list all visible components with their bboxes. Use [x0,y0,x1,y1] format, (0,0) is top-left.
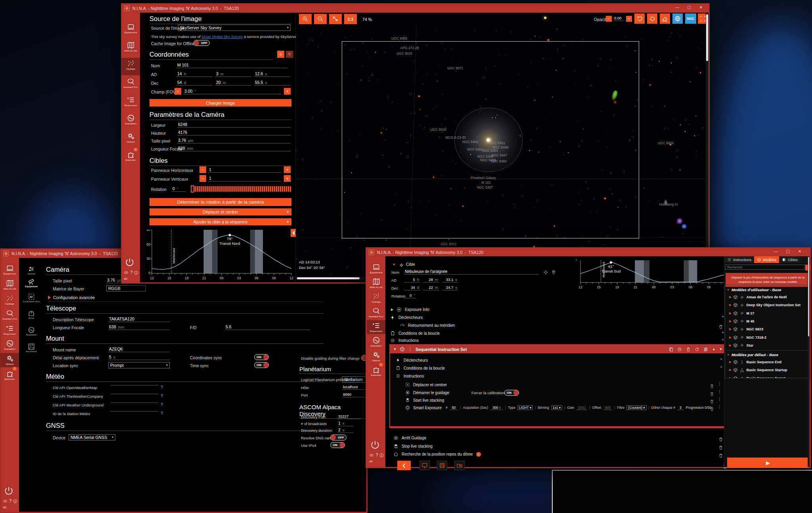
template-item[interactable]: ▶Basic Sequence Target [729,376,785,378]
instruction-set-toolbar[interactable]: ▲▼ [668,346,722,353]
info-button[interactable]: ⓘ [134,270,138,276]
smart-field-input[interactable]: 3 [677,406,684,410]
target-dec-s-input[interactable]: 24.7s [442,285,458,290]
profile-eye-button[interactable] [3,499,8,504]
profile-eye-button[interactable] [369,453,374,458]
one-to-one-button[interactable]: 1:1 [344,14,357,24]
instruction-set-header[interactable]: ▼⋮Sequential Instruction Set▲▼ [390,345,726,353]
target-name-input[interactable]: M 101 [176,63,287,68]
smart-field-ghost-input[interactable]: (50) [603,406,612,410]
template-item[interactable]: ▶Deep Sky Object Instruction Set [729,303,801,307]
camera-largeur-input[interactable]: 6248 [177,122,291,128]
sky-viewport[interactable]: UGC 9086APG 272-28UGC 9033UGC 9071UGC 90… [296,13,709,282]
power-button[interactable] [370,440,382,452]
delete-row-button[interactable] [710,390,714,397]
target-name-input[interactable]: Nébuleuse de l'araignée [404,269,539,275]
sidebar-item-assistant-flu[interactable]: Assistant FLU [121,76,140,93]
help-button[interactable]: ? [376,453,378,458]
power-button[interactable] [4,486,16,498]
ra-s-input[interactable]: 12.6s [254,71,290,77]
bayer-select[interactable]: RGGB [106,285,146,292]
sequence-row[interactable]: Instructions [390,338,419,343]
opacity-increase-button[interactable] [626,16,632,22]
instruction-row[interactable]: Instructions [396,374,424,378]
help-icon[interactable]: ? [161,411,163,416]
target-dec-m-input[interactable]: 22m [423,285,439,290]
template-item[interactable]: ▶Amas de l'arbre de Noël [729,295,787,299]
close-icon[interactable]: ✕ [695,4,707,12]
settle-delay-input[interactable]: 5s [108,355,170,360]
rotation-input[interactable]: 0° [172,186,186,192]
zoom-out-button[interactable] [314,14,327,24]
rail-item-acquisition[interactable]: Acquisition [19,326,44,336]
collapse-sidebar-button[interactable]: << [369,460,373,463]
sequence-row[interactable]: Déclencheurs [390,315,423,320]
ra-h-input[interactable]: 14h [176,71,212,77]
coordinates-sync-toggle[interactable]: ON [254,354,269,360]
power-button[interactable] [124,257,137,269]
time-sync-toggle[interactable]: ON [254,362,269,368]
delete-row-button[interactable] [718,435,723,442]
info-button[interactable]: ⓘ [379,453,383,458]
copy-button[interactable] [703,346,708,353]
sidebar-item-atlas-du-ciel[interactable]: Atlas du ciel [367,276,385,290]
load-image-button[interactable]: Charger Image [149,99,291,107]
vertical-scrollbar-thumb[interactable] [706,14,708,61]
target-rotation-input[interactable]: 0° [404,293,416,298]
panels-increase-button[interactable] [284,175,291,182]
sidebar-item-cadrage[interactable]: Cadrage [367,291,385,305]
framing-window-controls[interactable]: —▢✕ [671,4,707,12]
smart-field-input[interactable]: 300 s [490,406,503,410]
tab-instructions[interactable]: Instructions [724,256,754,263]
smart-field-select[interactable]: 1x1 ▾ [551,405,562,410]
weather-key-input[interactable] [111,402,158,403]
ra-m-input[interactable]: 3m [215,71,251,77]
alpaca-ipv4-toggle[interactable]: ON [330,442,345,448]
page-button[interactable] [668,346,673,353]
sidebar-item-acquisition[interactable]: Acquisition [367,335,385,349]
rail-item--quipement[interactable]: Équipement [19,278,44,288]
instruction-row[interactable]: Conditions de la boucle [396,366,445,370]
alpaca-broadcasts-input[interactable]: 1x [337,421,353,426]
clock-button[interactable] [677,346,682,353]
row-menu-icon[interactable]: ⋮ [718,381,722,386]
template-group-header[interactable]: ▼Modèles par défaut - Base [727,353,778,357]
fd-input[interactable]: 5.6 [225,324,310,330]
sequence-row[interactable]: Arrêt Guidage [393,435,426,441]
smart-field-select[interactable]: LIGHT ▾ [517,405,533,410]
fov-input[interactable]: 3.00° [184,89,281,94]
minimize-icon[interactable]: — [671,4,683,12]
fov-decrease-button[interactable] [174,88,181,95]
tab-cibles[interactable]: Cibles [779,256,801,263]
dec-m-input[interactable]: 20m [215,80,251,86]
alpaca-dns-toggle[interactable]: OFF [330,435,347,441]
template-item[interactable]: ▶M 27 [729,311,754,316]
target-dec-d-input[interactable]: 34d [404,285,420,290]
rail-item-g-n-ral[interactable]: Général [19,265,44,275]
sequencer-back-button[interactable] [397,461,411,470]
target-expander-icon[interactable]: ▼ [392,263,396,267]
sidebar-item-extension[interactable]: Extension2 [121,149,140,166]
sidebar-item--quipement[interactable]: Équipement [121,21,140,39]
template-item[interactable]: ▶NGC 6823 [729,327,763,332]
panel-scrollbar-thumb[interactable] [808,257,809,336]
sequential-instruction-set[interactable]: ▼⋮Sequential Instruction Set▲▼Déclencheu… [389,344,726,428]
ngc-overlay-button[interactable]: NGC [685,13,696,24]
save-sequence-button[interactable] [437,461,447,470]
profile-eye-button[interactable] [124,270,129,276]
instruction-row[interactable]: Déplacer et centrer [405,382,447,387]
sequence-row[interactable]: Retournement au méridien [400,323,455,328]
rotate-image-button[interactable] [634,13,645,24]
delete-row-button[interactable] [718,444,723,451]
help-icon[interactable]: ? [161,402,163,407]
toggle-view-button[interactable] [419,461,430,470]
help-icon[interactable]: ? [161,393,163,398]
help-icon[interactable]: ? [161,385,163,389]
move-up-button[interactable]: ▲ [712,347,715,351]
action-button-3[interactable]: Ajouter la cible à la séquence▾ [149,218,291,225]
location-sync-select[interactable]: Prompt▾ [108,362,170,368]
template-item[interactable]: ▶M 45 [729,319,754,324]
trash-button[interactable] [686,346,691,353]
rail-item-d-me[interactable]: Dôme [19,309,44,319]
tab-modèles[interactable]: Modèles [754,256,779,263]
